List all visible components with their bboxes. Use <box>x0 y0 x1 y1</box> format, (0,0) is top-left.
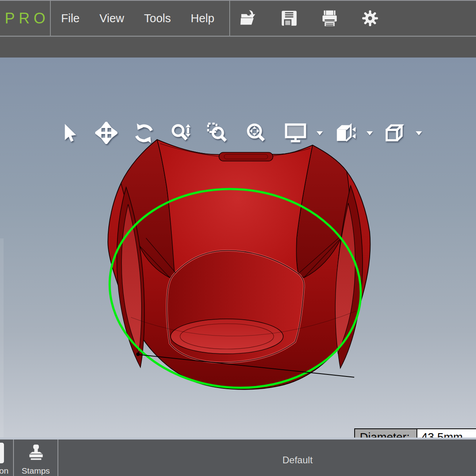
configuration-name: Default <box>282 455 313 466</box>
settings-gear-icon <box>361 9 379 27</box>
knob-top-slot <box>219 152 273 161</box>
print-button[interactable] <box>320 8 340 28</box>
clipped-tool-icon <box>0 443 4 463</box>
print-icon <box>320 8 340 28</box>
select-tool[interactable] <box>60 122 81 146</box>
save-button[interactable] <box>279 8 299 28</box>
zoom-fit-icon <box>245 122 267 144</box>
rotate-icon <box>132 122 155 145</box>
menu-file[interactable]: File <box>61 12 80 25</box>
clipped-tool-label: on <box>0 466 8 476</box>
display-dropdown-caret[interactable] <box>317 131 323 135</box>
orientation-cube-icon <box>382 122 405 145</box>
display-monitor-icon <box>283 122 308 144</box>
section-dropdown-caret[interactable] <box>367 131 373 135</box>
orientation-dropdown-caret[interactable] <box>416 131 422 135</box>
menu-tools[interactable]: Tools <box>144 12 171 25</box>
select-cursor-icon <box>60 122 81 145</box>
knob-pocket-dish <box>171 319 283 354</box>
stamp-icon <box>27 442 45 464</box>
save-icon <box>279 8 299 28</box>
stamps-label: Stamps <box>14 466 57 476</box>
app-logo: PRO <box>0 1 50 36</box>
rotate-tool[interactable] <box>132 122 155 146</box>
secondary-toolbar <box>0 36 476 58</box>
settings-button[interactable] <box>360 8 380 28</box>
status-bar: on Stamps <box>0 440 476 476</box>
measure-anchor-dot <box>136 353 140 356</box>
zoom-area-tool[interactable] <box>206 122 228 146</box>
open-file-icon <box>239 8 259 28</box>
zoom-fit-tool[interactable] <box>245 122 267 146</box>
separator <box>13 440 14 476</box>
zoom-in-out-icon <box>170 122 192 144</box>
zoom-tool[interactable] <box>170 122 192 146</box>
knob-model[interactable] <box>0 58 476 438</box>
separator <box>58 440 58 476</box>
zoom-area-icon <box>206 122 228 144</box>
section-box-icon <box>334 122 357 145</box>
menu-bar: PRO File View Tools Help <box>0 0 476 36</box>
menu-items: File View Tools Help <box>51 1 229 36</box>
stamps-button[interactable]: Stamps <box>14 440 57 476</box>
left-panel-edge <box>0 238 4 438</box>
section-tool[interactable] <box>334 122 357 146</box>
orientation-tool[interactable] <box>382 122 405 146</box>
menu-view[interactable]: View <box>100 12 124 25</box>
pan-tool[interactable] <box>95 122 117 146</box>
display-mode-tool[interactable] <box>283 122 308 146</box>
clipped-tool-button[interactable]: on <box>0 440 13 476</box>
open-file-button[interactable] <box>239 8 259 28</box>
3d-viewport[interactable]: Diameter: 43.5mm Center: 0mm,0mm,0mm <box>0 58 476 438</box>
pan-icon <box>95 122 117 144</box>
header-toolbar <box>230 1 380 36</box>
menu-help[interactable]: Help <box>191 12 215 25</box>
